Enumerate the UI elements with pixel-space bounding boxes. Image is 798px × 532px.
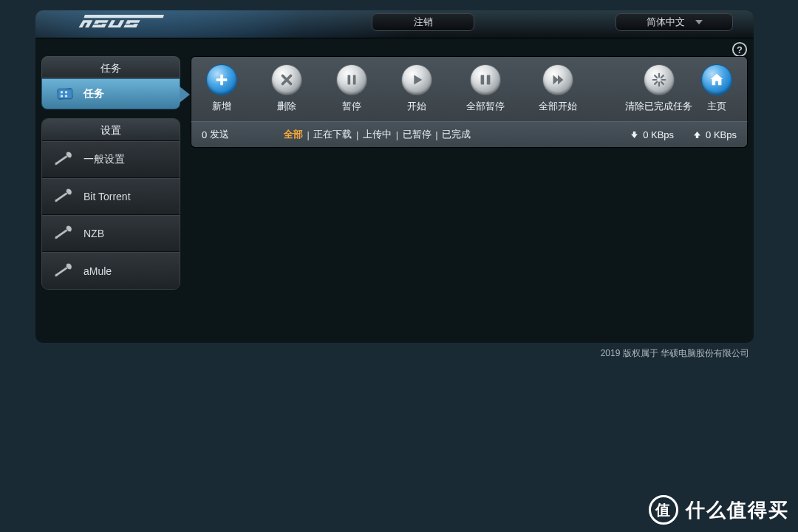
btn-label: 开始 (407, 100, 426, 113)
language-select[interactable]: 简体中文 (615, 13, 733, 31)
sidebar-item-amule[interactable]: aMule (42, 252, 180, 289)
sidebar: 任务 任务 设置 一般设置 Bit Torrent NZB (41, 56, 180, 290)
pause-all-button[interactable]: 全部暂停 (462, 63, 509, 115)
sidebar-item-general[interactable]: 一般设置 (42, 141, 180, 178)
watermark-badge: 值 (649, 495, 678, 525)
sidebar-item-label: aMule (83, 265, 112, 277)
btn-label: 主页 (707, 100, 726, 113)
tasks-icon (54, 86, 76, 101)
logout-button[interactable]: 注销 (372, 13, 474, 31)
svg-rect-14 (487, 75, 491, 85)
filter-uploading[interactable]: 上传中 (363, 128, 392, 141)
plus-icon (206, 64, 237, 95)
btn-label: 全部暂停 (466, 100, 505, 113)
svg-line-19 (655, 75, 657, 78)
home-button[interactable]: 主页 (697, 63, 737, 115)
play-all-icon (542, 64, 573, 95)
upload-rate: 0 KBps (693, 129, 737, 140)
asus-logo (75, 15, 165, 30)
sidebar-item-label: 一般设置 (83, 153, 125, 166)
language-label: 简体中文 (647, 16, 685, 29)
help-icon[interactable]: ? (732, 41, 748, 58)
svg-line-21 (661, 75, 663, 78)
upload-rate-value: 0 KBps (706, 129, 737, 140)
sidebar-item-nzb[interactable]: NZB (42, 215, 180, 252)
filter-paused[interactable]: 已暂停 (403, 128, 432, 141)
wrench-icon (48, 220, 76, 248)
svg-rect-0 (83, 15, 164, 18)
btn-label: 新增 (212, 100, 231, 113)
filter-finished[interactable]: 已完成 (442, 128, 471, 141)
sidebar-item-label: NZB (83, 228, 104, 239)
pause-icon (336, 64, 367, 95)
wrench-icon (48, 183, 76, 211)
send-label: 发送 (210, 128, 229, 141)
svg-text:?: ? (737, 44, 743, 55)
filter-bar: 0 发送 全部 | 正在下载 | 上传中 | 已暂停 | 已完成 0 KBps … (191, 121, 748, 148)
x-icon (271, 64, 302, 95)
filter-downloading[interactable]: 正在下载 (313, 128, 352, 141)
filter-all[interactable]: 全部 (284, 128, 303, 141)
sidebar-item-label: 任务 (83, 87, 104, 100)
svg-line-20 (661, 82, 663, 84)
btn-label: 暂停 (342, 100, 361, 113)
logout-label: 注销 (414, 16, 433, 29)
sidebar-header-settings: 设置 (42, 119, 180, 141)
main-panel: 新增 删除 暂停 开始 全部暂停 (191, 56, 748, 148)
toolbar: 新增 删除 暂停 开始 全部暂停 (191, 56, 748, 121)
clear-completed-button[interactable]: 清除已完成任务 (621, 63, 697, 115)
svg-rect-10 (216, 78, 228, 81)
send-count: 0 (202, 129, 207, 140)
pause-button[interactable]: 暂停 (332, 63, 372, 115)
svg-rect-13 (481, 75, 485, 85)
svg-point-5 (61, 91, 63, 93)
sidebar-header-tasks: 任务 (41, 56, 180, 78)
download-rate: 0 KBps (630, 129, 674, 140)
svg-line-22 (655, 82, 657, 84)
svg-rect-4 (58, 89, 72, 99)
top-bar: 注销 简体中文 (35, 10, 754, 38)
btn-label: 删除 (277, 100, 296, 113)
svg-rect-12 (353, 75, 356, 85)
footer-copyright: 2019 版权属于 华硕电脑股份有限公司 (35, 347, 754, 360)
clear-icon (644, 64, 675, 95)
sidebar-item-label: Bit Torrent (83, 191, 131, 202)
svg-point-7 (61, 95, 63, 97)
arrow-down-icon (630, 131, 638, 139)
remove-button[interactable]: 删除 (267, 63, 307, 115)
pause-all-icon (470, 64, 501, 95)
home-icon (701, 64, 732, 95)
wrench-icon (48, 257, 76, 284)
svg-rect-11 (348, 75, 351, 85)
start-all-button[interactable]: 全部开始 (534, 63, 582, 115)
sidebar-item-tasks[interactable]: 任务 (41, 78, 180, 109)
start-button[interactable]: 开始 (397, 63, 437, 115)
btn-label: 清除已完成任务 (625, 100, 692, 113)
btn-label: 全部开始 (539, 100, 577, 113)
sidebar-item-bittorrent[interactable]: Bit Torrent (42, 178, 180, 215)
watermark-text: 什么值得买 (686, 497, 789, 523)
watermark: 值 什么值得买 (649, 495, 789, 525)
arrow-up-icon (693, 131, 701, 139)
download-rate-value: 0 KBps (643, 129, 674, 140)
svg-point-8 (65, 95, 67, 97)
play-icon (401, 64, 432, 95)
add-button[interactable]: 新增 (202, 63, 242, 115)
svg-point-6 (65, 91, 67, 93)
wrench-icon (48, 146, 76, 174)
chevron-down-icon (695, 20, 703, 24)
